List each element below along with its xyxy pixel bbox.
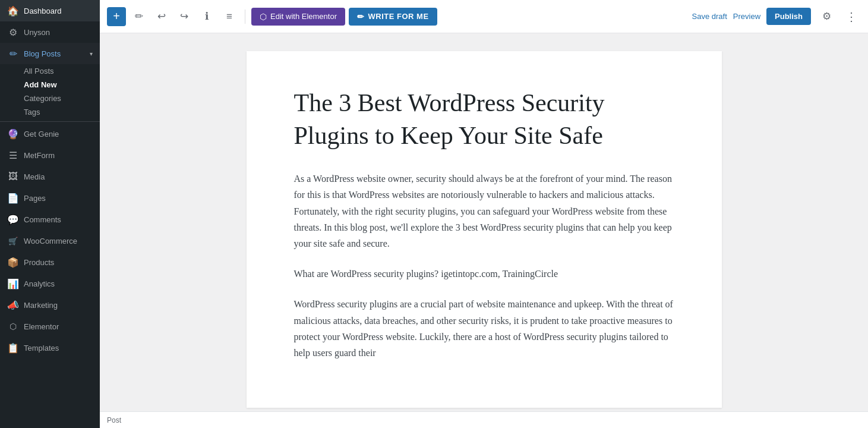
sidebar-item-get-genie-label: Get Genie xyxy=(24,130,59,139)
elementor-logo-icon: ⬡ xyxy=(260,12,267,21)
comments-icon: 💬 xyxy=(7,213,19,225)
info-icon: ℹ xyxy=(205,10,209,23)
redo-button[interactable]: ↪ xyxy=(175,7,194,26)
dashboard-icon: 🏠 xyxy=(7,5,19,17)
pages-icon: 📄 xyxy=(7,192,19,204)
sidebar-item-templates-label: Templates xyxy=(24,344,59,353)
tools-icon: ≡ xyxy=(226,11,232,23)
sidebar-item-marketing-label: Marketing xyxy=(24,301,58,310)
sidebar-item-templates[interactable]: 📋 Templates xyxy=(0,337,100,358)
all-posts-label: All Posts xyxy=(24,67,54,75)
products-icon: 📦 xyxy=(7,256,19,268)
subheading[interactable]: What are WordPress security plugins? ige… xyxy=(294,266,674,282)
sidebar-item-unyson[interactable]: ⚙ Unyson xyxy=(0,21,100,43)
sidebar-item-dashboard[interactable]: 🏠 Dashboard xyxy=(0,0,100,21)
redo-icon: ↪ xyxy=(180,10,188,23)
sidebar-item-blog-posts[interactable]: ✏ Blog Posts ▾ xyxy=(0,43,100,64)
sidebar-item-comments-label: Comments xyxy=(24,215,61,224)
categories-label: Categories xyxy=(24,94,61,103)
sidebar-item-elementor-label: Elementor xyxy=(24,322,59,331)
sidebar-item-comments[interactable]: 💬 Comments xyxy=(0,209,100,230)
sidebar-item-woocommerce-label: WooCommerce xyxy=(24,237,77,246)
post-breadcrumb: Post xyxy=(107,416,121,424)
sidebar-sub-categories[interactable]: Categories xyxy=(0,92,100,105)
sidebar-item-get-genie[interactable]: 🔮 Get Genie xyxy=(0,121,100,144)
info-button[interactable]: ℹ xyxy=(197,7,216,26)
sidebar-item-blog-posts-label: Blog Posts xyxy=(24,49,61,58)
settings-icon: ⚙ xyxy=(822,10,831,23)
bottom-bar: Post xyxy=(100,411,868,428)
elementor-icon: ⬡ xyxy=(7,320,19,332)
editor-content: The 3 Best WordPress Security Plugins to… xyxy=(247,51,722,408)
sidebar-item-analytics-label: Analytics xyxy=(24,279,55,288)
toolbar: + ✏ ↩ ↪ ℹ ≡ ⬡ Edit with Elementor ✏ WR xyxy=(100,0,868,33)
collapse-icon: ▾ xyxy=(90,51,93,57)
editor-area[interactable]: The 3 Best WordPress Security Plugins to… xyxy=(100,33,868,411)
undo-icon: ↩ xyxy=(157,10,166,23)
sidebar-item-elementor[interactable]: ⬡ Elementor xyxy=(0,316,100,337)
sidebar-sub-add-new[interactable]: Add New xyxy=(0,78,100,92)
preview-button[interactable]: Preview xyxy=(733,12,760,21)
sidebar-item-metform-label: MetForm xyxy=(24,151,55,160)
paragraph-1[interactable]: As a WordPress website owner, security s… xyxy=(294,171,674,251)
post-body: As a WordPress website owner, security s… xyxy=(294,171,674,361)
sidebar-item-products-label: Products xyxy=(24,258,54,267)
more-icon: ⋮ xyxy=(845,10,857,24)
sidebar-item-media-label: Media xyxy=(24,172,45,181)
tools-button[interactable]: ≡ xyxy=(220,7,239,26)
edit-elementor-label: Edit with Elementor xyxy=(270,12,337,21)
add-block-button[interactable]: + xyxy=(107,7,126,26)
save-draft-button[interactable]: Save draft xyxy=(692,12,727,21)
media-icon: 🖼 xyxy=(7,171,19,182)
sidebar-item-metform[interactable]: ☰ MetForm xyxy=(0,144,100,166)
publish-button[interactable]: Publish xyxy=(766,8,811,25)
sidebar-item-analytics[interactable]: 📊 Analytics xyxy=(0,273,100,294)
sidebar-item-pages-label: Pages xyxy=(24,194,46,203)
settings-button[interactable]: ⚙ xyxy=(817,7,836,26)
paragraph-2[interactable]: WordPress security plugins are a crucial… xyxy=(294,296,674,361)
toolbar-right: Save draft Preview Publish ⚙ ⋮ xyxy=(692,7,861,26)
edit-icon-button[interactable]: ✏ xyxy=(130,7,149,26)
get-genie-icon: 🔮 xyxy=(7,128,19,140)
woocommerce-icon: 🛒 xyxy=(7,235,19,247)
marketing-icon: 📣 xyxy=(7,299,19,311)
edit-with-elementor-button[interactable]: ⬡ Edit with Elementor xyxy=(251,8,345,26)
sidebar-item-products[interactable]: 📦 Products xyxy=(0,251,100,273)
metform-icon: ☰ xyxy=(7,149,19,161)
sidebar-item-media[interactable]: 🖼 Media xyxy=(0,166,100,187)
write-icon: ✏ xyxy=(357,12,365,21)
sidebar-sub-tags[interactable]: Tags xyxy=(0,105,100,119)
tags-label: Tags xyxy=(24,108,40,117)
templates-icon: 📋 xyxy=(7,342,19,354)
sidebar: 🏠 Dashboard ⚙ Unyson ✏ Blog Posts ▾ All … xyxy=(0,0,100,428)
add-new-label: Add New xyxy=(24,80,57,89)
sidebar-item-woocommerce[interactable]: 🛒 WooCommerce xyxy=(0,230,100,251)
toolbar-separator-1 xyxy=(245,10,245,24)
sidebar-item-unyson-label: Unyson xyxy=(24,28,50,37)
blog-posts-icon: ✏ xyxy=(7,48,19,59)
more-options-button[interactable]: ⋮ xyxy=(842,7,861,26)
pencil-icon: ✏ xyxy=(135,10,143,23)
post-title[interactable]: The 3 Best WordPress Security Plugins to… xyxy=(294,87,674,152)
write-for-me-label: WRITE FOR ME xyxy=(368,12,429,21)
undo-button[interactable]: ↩ xyxy=(152,7,171,26)
write-for-me-button[interactable]: ✏ WRITE FOR ME xyxy=(349,8,437,26)
sidebar-item-marketing[interactable]: 📣 Marketing xyxy=(0,294,100,316)
main-content: + ✏ ↩ ↪ ℹ ≡ ⬡ Edit with Elementor ✏ WR xyxy=(100,0,868,428)
unyson-icon: ⚙ xyxy=(7,26,19,38)
sidebar-item-pages[interactable]: 📄 Pages xyxy=(0,187,100,209)
sidebar-sub-all-posts[interactable]: All Posts xyxy=(0,64,100,78)
analytics-icon: 📊 xyxy=(7,278,19,289)
sidebar-item-dashboard-label: Dashboard xyxy=(24,7,62,15)
